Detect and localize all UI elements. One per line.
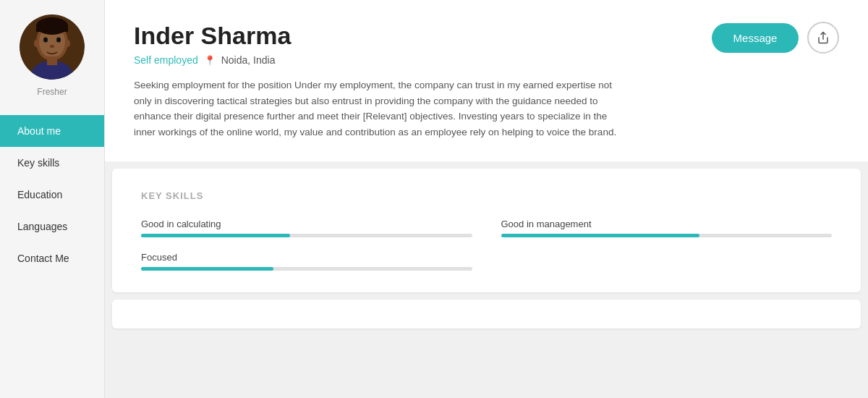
employment-status: Self employed: [134, 54, 198, 66]
avatar: [20, 14, 85, 80]
user-status-label: Fresher: [37, 87, 67, 97]
skill-item-management: Good in management: [501, 219, 833, 237]
sidebar-item-key-skills[interactable]: Key skills: [0, 147, 104, 179]
action-buttons: Message: [712, 22, 839, 54]
skill-bar-fill-management: [501, 234, 700, 237]
svg-point-7: [50, 45, 54, 48]
share-icon: [817, 31, 830, 44]
svg-point-8: [34, 40, 38, 47]
sidebar-item-languages[interactable]: Languages: [0, 211, 104, 242]
skill-bar-bg-calculating: [141, 234, 472, 237]
skill-bar-fill-focused: [141, 267, 273, 271]
svg-rect-4: [36, 25, 68, 32]
svg-point-9: [66, 40, 70, 47]
svg-rect-11: [47, 56, 57, 65]
skills-section: KEY SKILLS Good in calculating Good in m…: [112, 169, 861, 292]
skill-name-calculating: Good in calculating: [141, 219, 472, 229]
profile-header: Inder Sharma Self employed 📍 Noida, Indi…: [105, 0, 868, 161]
sidebar: Fresher About me Key skills Education La…: [0, 0, 105, 398]
sidebar-item-contact-me[interactable]: Contact Me: [0, 242, 104, 274]
message-button[interactable]: Message: [712, 23, 799, 53]
sidebar-item-education[interactable]: Education: [0, 179, 104, 211]
skill-name-focused: Focused: [141, 252, 472, 263]
share-button[interactable]: [807, 22, 839, 54]
main-content: Inder Sharma Self employed 📍 Noida, Indi…: [105, 0, 868, 398]
profile-name: Inder Sharma: [134, 22, 697, 50]
skill-item-focused: Focused: [141, 252, 472, 271]
education-section-partial: [112, 300, 861, 329]
nav-menu: About me Key skills Education Languages …: [0, 115, 104, 274]
location-icon: 📍: [204, 55, 216, 66]
skill-item-calculating: Good in calculating: [141, 219, 472, 237]
svg-point-5: [43, 38, 48, 43]
sidebar-item-about-me[interactable]: About me: [0, 115, 104, 147]
skill-bar-fill-calculating: [141, 234, 290, 237]
skills-section-title: KEY SKILLS: [141, 190, 832, 201]
skills-grid: Good in calculating Good in management F…: [141, 219, 832, 271]
profile-info: Inder Sharma Self employed 📍 Noida, Indi…: [134, 22, 697, 140]
profile-bio: Seeking employment for the position Unde…: [134, 77, 626, 140]
skill-name-management: Good in management: [501, 219, 833, 229]
skill-bar-bg-management: [501, 234, 833, 237]
profile-meta: Self employed 📍 Noida, India: [134, 54, 697, 66]
location-text: Noida, India: [221, 54, 276, 66]
skill-bar-bg-focused: [141, 267, 472, 271]
svg-point-6: [56, 38, 61, 43]
